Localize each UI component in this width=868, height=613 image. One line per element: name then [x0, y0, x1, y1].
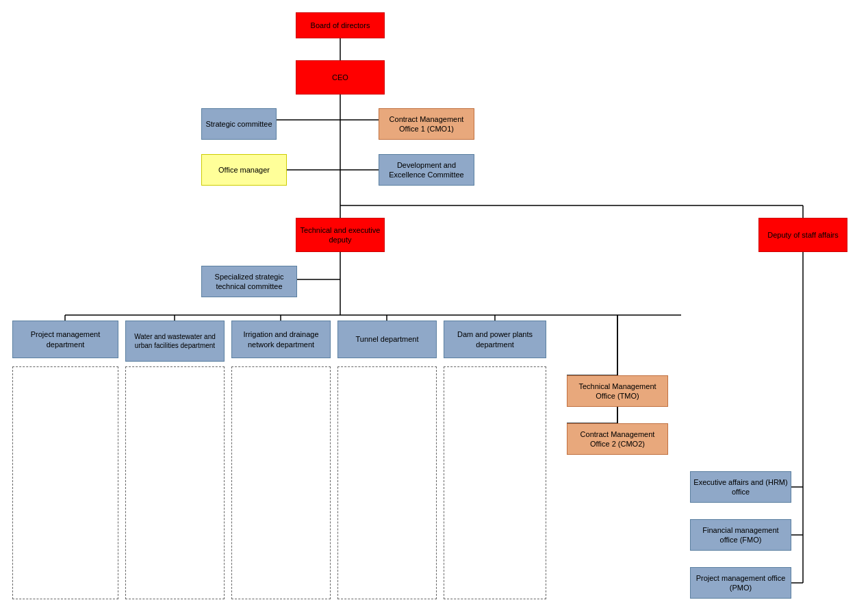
tunnel-dept: Tunnel department: [337, 321, 437, 358]
tmo-node: Technical Management Office (TMO): [567, 375, 668, 407]
strategic-committee: Strategic committee: [201, 108, 277, 140]
exec-affairs-node: Executive affairs and (HRM) office: [690, 471, 791, 503]
pmo-node: Project management office (PMO): [690, 567, 791, 599]
financial-node: Financial management office (FMO): [690, 519, 791, 551]
ceo-node: CEO: [296, 60, 385, 95]
tunnel-dashed: [337, 366, 437, 599]
office-manager: Office manager: [201, 154, 287, 186]
water-dashed: [125, 366, 225, 599]
dam-dashed: [444, 366, 546, 599]
cmo1-node: Contract Management Office 1 (CMO1): [379, 108, 474, 140]
irrigation-dashed: [231, 366, 331, 599]
deputy-staff-affairs: Deputy of staff affairs: [758, 218, 847, 252]
org-chart: Board of directors CEO Strategic committ…: [0, 0, 868, 613]
tech-exec-deputy: Technical and executive deputy: [296, 218, 385, 252]
board-of-directors: Board of directors: [296, 12, 385, 38]
irrigation-dept: Irrigation and drainage network departme…: [231, 321, 331, 358]
proj-mgmt-dashed: [12, 366, 118, 599]
dev-excellence-committee: Development and Excellence Committee: [379, 154, 474, 186]
cmo2-node: Contract Management Office 2 (CMO2): [567, 423, 668, 455]
dam-dept: Dam and power plants department: [444, 321, 546, 358]
proj-mgmt-dept: Project management department: [12, 321, 118, 358]
spec-strategic-committee: Specialized strategic technical committe…: [201, 266, 297, 297]
water-waste-dept: Water and wastewater and urban facilitie…: [125, 321, 225, 362]
